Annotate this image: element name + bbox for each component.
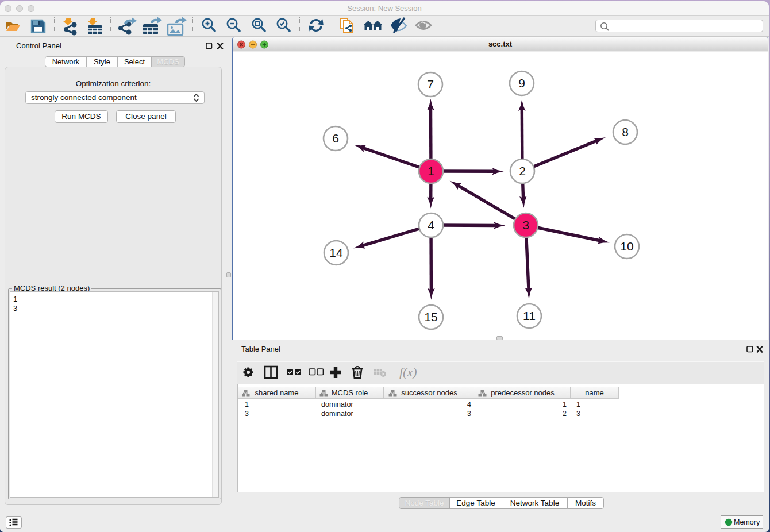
svg-text:1: 1 <box>428 164 434 178</box>
svg-text:15: 15 <box>424 310 437 323</box>
svg-text:10: 10 <box>620 240 633 253</box>
svg-text:14: 14 <box>329 246 343 259</box>
svg-text:f(x): f(x) <box>399 365 417 379</box>
svg-text:4: 4 <box>428 218 434 232</box>
svg-text:3: 3 <box>522 218 529 232</box>
svg-text:6: 6 <box>332 132 339 145</box>
svg-text:9: 9 <box>518 76 525 90</box>
svg-text:7: 7 <box>427 78 434 91</box>
svg-text:11: 11 <box>523 309 536 322</box>
svg-text:2: 2 <box>519 164 526 178</box>
svg-text:8: 8 <box>622 125 629 138</box>
